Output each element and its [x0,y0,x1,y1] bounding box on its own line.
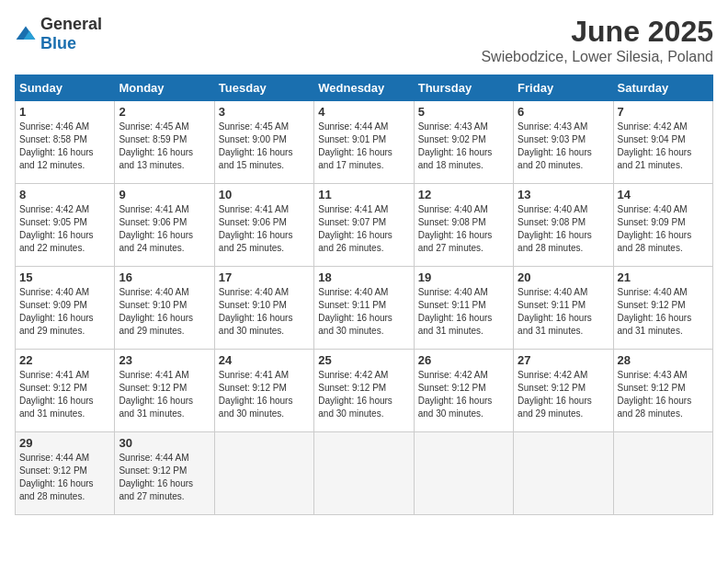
cell-content: Sunrise: 4:40 AM Sunset: 9:09 PM Dayligh… [618,203,709,255]
title-area: June 2025 Swiebodzice, Lower Silesia, Po… [481,15,713,65]
table-row: 23Sunrise: 4:41 AM Sunset: 9:12 PM Dayli… [115,350,214,432]
table-row: 14Sunrise: 4:40 AM Sunset: 9:09 PM Dayli… [613,184,712,267]
day-number: 25 [318,353,409,367]
day-number: 15 [19,270,110,284]
col-tuesday: Tuesday [214,75,313,101]
day-number: 7 [618,105,709,119]
cell-content: Sunrise: 4:40 AM Sunset: 9:10 PM Dayligh… [119,286,210,338]
day-number: 28 [618,353,709,367]
table-row: 28Sunrise: 4:43 AM Sunset: 9:12 PM Dayli… [613,350,712,432]
location-title: Swiebodzice, Lower Silesia, Poland [481,49,713,65]
col-sunday: Sunday [16,75,115,101]
table-row [414,432,513,515]
cell-content: Sunrise: 4:44 AM Sunset: 9:01 PM Dayligh… [318,121,409,172]
day-number: 11 [318,188,409,201]
logo-text: General Blue [40,15,102,53]
calendar-week-1: 8Sunrise: 4:42 AM Sunset: 9:05 PM Daylig… [16,184,713,267]
calendar-week-4: 29Sunrise: 4:44 AM Sunset: 9:12 PM Dayli… [16,432,713,515]
cell-content: Sunrise: 4:42 AM Sunset: 9:12 PM Dayligh… [418,369,509,420]
cell-content: Sunrise: 4:45 AM Sunset: 8:59 PM Dayligh… [119,121,210,172]
cell-content: Sunrise: 4:41 AM Sunset: 9:06 PM Dayligh… [219,203,310,255]
day-number: 5 [418,105,509,119]
day-number: 30 [119,436,210,450]
day-number: 22 [19,353,110,367]
day-number: 20 [518,270,609,284]
cell-content: Sunrise: 4:40 AM Sunset: 9:08 PM Dayligh… [418,203,509,255]
cell-content: Sunrise: 4:43 AM Sunset: 9:03 PM Dayligh… [518,121,609,172]
day-number: 23 [119,353,210,367]
day-number: 29 [19,436,110,450]
table-row: 26Sunrise: 4:42 AM Sunset: 9:12 PM Dayli… [414,350,513,432]
cell-content: Sunrise: 4:42 AM Sunset: 9:12 PM Dayligh… [318,369,409,420]
table-row: 20Sunrise: 4:40 AM Sunset: 9:11 PM Dayli… [514,267,613,350]
month-title: June 2025 [481,15,713,49]
day-number: 14 [618,188,709,201]
cell-content: Sunrise: 4:41 AM Sunset: 9:07 PM Dayligh… [318,203,409,255]
table-row: 2Sunrise: 4:45 AM Sunset: 8:59 PM Daylig… [115,101,214,184]
table-row: 12Sunrise: 4:40 AM Sunset: 9:08 PM Dayli… [414,184,513,267]
cell-content: Sunrise: 4:41 AM Sunset: 9:06 PM Dayligh… [119,203,210,255]
table-row: 8Sunrise: 4:42 AM Sunset: 9:05 PM Daylig… [16,184,115,267]
logo-icon [15,25,37,43]
table-row: 21Sunrise: 4:40 AM Sunset: 9:12 PM Dayli… [613,267,712,350]
table-row: 9Sunrise: 4:41 AM Sunset: 9:06 PM Daylig… [115,184,214,267]
day-number: 1 [19,105,110,119]
table-row: 13Sunrise: 4:40 AM Sunset: 9:08 PM Dayli… [514,184,613,267]
cell-content: Sunrise: 4:41 AM Sunset: 9:12 PM Dayligh… [119,369,210,420]
cell-content: Sunrise: 4:43 AM Sunset: 9:02 PM Dayligh… [418,121,509,172]
cell-content: Sunrise: 4:45 AM Sunset: 9:00 PM Dayligh… [219,121,310,172]
table-row: 5Sunrise: 4:43 AM Sunset: 9:02 PM Daylig… [414,101,513,184]
table-row: 1Sunrise: 4:46 AM Sunset: 8:58 PM Daylig… [16,101,115,184]
day-number: 6 [518,105,609,119]
cell-content: Sunrise: 4:42 AM Sunset: 9:12 PM Dayligh… [518,369,609,420]
day-number: 2 [119,105,210,119]
day-number: 9 [119,188,210,201]
table-row: 10Sunrise: 4:41 AM Sunset: 9:06 PM Dayli… [214,184,313,267]
day-number: 13 [518,188,609,201]
day-number: 17 [219,270,310,284]
table-row: 25Sunrise: 4:42 AM Sunset: 9:12 PM Dayli… [314,350,414,432]
cell-content: Sunrise: 4:41 AM Sunset: 9:12 PM Dayligh… [19,369,110,420]
cell-content: Sunrise: 4:40 AM Sunset: 9:12 PM Dayligh… [618,286,709,338]
table-row [314,432,414,515]
col-saturday: Saturday [613,75,712,101]
table-row: 16Sunrise: 4:40 AM Sunset: 9:10 PM Dayli… [115,267,214,350]
table-row: 18Sunrise: 4:40 AM Sunset: 9:11 PM Dayli… [314,267,414,350]
table-row: 4Sunrise: 4:44 AM Sunset: 9:01 PM Daylig… [314,101,414,184]
day-number: 10 [219,188,310,201]
cell-content: Sunrise: 4:42 AM Sunset: 9:04 PM Dayligh… [618,121,709,172]
day-number: 26 [418,353,509,367]
cell-content: Sunrise: 4:46 AM Sunset: 8:58 PM Dayligh… [19,121,110,172]
table-row: 29Sunrise: 4:44 AM Sunset: 9:12 PM Dayli… [16,432,115,515]
table-row: 7Sunrise: 4:42 AM Sunset: 9:04 PM Daylig… [613,101,712,184]
cell-content: Sunrise: 4:44 AM Sunset: 9:12 PM Dayligh… [119,452,210,503]
day-number: 27 [518,353,609,367]
cell-content: Sunrise: 4:43 AM Sunset: 9:12 PM Dayligh… [618,369,709,420]
day-number: 21 [618,270,709,284]
col-friday: Friday [514,75,613,101]
logo-general: General [40,15,102,33]
day-number: 18 [318,270,409,284]
col-wednesday: Wednesday [314,75,414,101]
table-row: 30Sunrise: 4:44 AM Sunset: 9:12 PM Dayli… [115,432,214,515]
logo: General Blue [15,15,102,53]
table-row [514,432,613,515]
table-row: 27Sunrise: 4:42 AM Sunset: 9:12 PM Dayli… [514,350,613,432]
day-number: 3 [219,105,310,119]
day-number: 8 [19,188,110,201]
cell-content: Sunrise: 4:40 AM Sunset: 9:11 PM Dayligh… [418,286,509,338]
day-number: 4 [318,105,409,119]
col-thursday: Thursday [414,75,513,101]
cell-content: Sunrise: 4:40 AM Sunset: 9:11 PM Dayligh… [518,286,609,338]
page-header: General Blue June 2025 Swiebodzice, Lowe… [15,15,713,65]
cell-content: Sunrise: 4:40 AM Sunset: 9:11 PM Dayligh… [318,286,409,338]
day-number: 19 [418,270,509,284]
day-number: 24 [219,353,310,367]
table-row [214,432,313,515]
table-row: 19Sunrise: 4:40 AM Sunset: 9:11 PM Dayli… [414,267,513,350]
day-number: 16 [119,270,210,284]
calendar-week-3: 22Sunrise: 4:41 AM Sunset: 9:12 PM Dayli… [16,350,713,432]
calendar-week-2: 15Sunrise: 4:40 AM Sunset: 9:09 PM Dayli… [16,267,713,350]
table-row: 17Sunrise: 4:40 AM Sunset: 9:10 PM Dayli… [214,267,313,350]
table-row: 24Sunrise: 4:41 AM Sunset: 9:12 PM Dayli… [214,350,313,432]
